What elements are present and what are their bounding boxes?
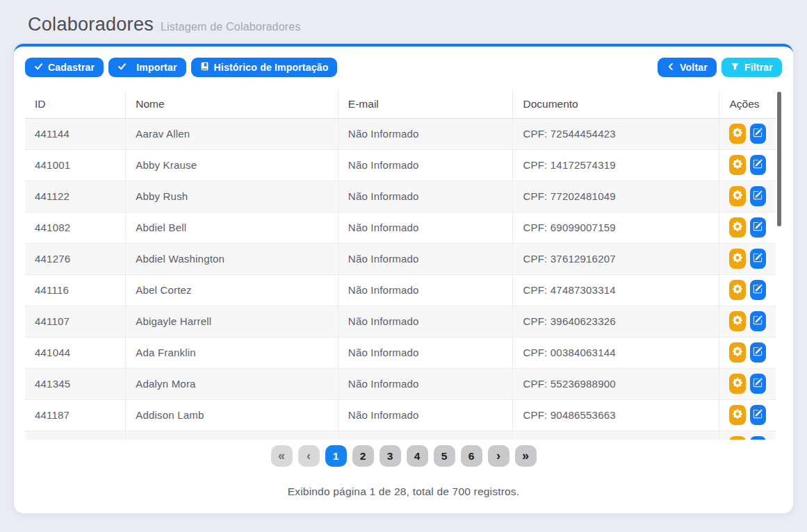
cell-nome <box>126 431 339 440</box>
row-edit-button[interactable] <box>750 155 766 175</box>
pencil-square-icon <box>753 253 763 265</box>
cell-acoes <box>719 118 776 149</box>
cell-email: Não Informado <box>338 274 513 306</box>
row-settings-button[interactable] <box>729 374 745 394</box>
gear-icon <box>733 409 742 421</box>
row-edit-button[interactable] <box>750 280 766 300</box>
page-header: Colaboradores Listagem de Colaboradores <box>0 0 807 44</box>
row-settings-button[interactable] <box>729 311 745 331</box>
toolbar: Cadastrar Importar Histórico de Importaç… <box>25 58 782 77</box>
table-header-row: IDNomeE-mailDocumentoAções <box>25 90 776 118</box>
cell-acoes <box>719 306 776 337</box>
toolbar-right-group: Voltar Filtrar <box>658 58 782 77</box>
pagination-page-4[interactable]: 4 <box>407 445 428 467</box>
cell-id: 441187 <box>25 399 126 431</box>
chevron-left-icon <box>667 62 675 73</box>
pagination-last[interactable]: » <box>515 445 537 467</box>
cell-email: Não Informado <box>338 118 513 149</box>
voltar-button[interactable]: Voltar <box>658 58 717 77</box>
pencil-square-icon <box>753 378 763 390</box>
row-settings-button[interactable] <box>729 217 745 238</box>
table-scrollbar[interactable] <box>777 92 781 226</box>
cell-email: Não Informado <box>338 243 513 274</box>
voltar-label: Voltar <box>680 62 708 73</box>
pagination-page-3[interactable]: 3 <box>380 445 401 467</box>
cell-documento: CPF: 69099007159 <box>513 212 719 243</box>
row-settings-button[interactable] <box>729 342 745 363</box>
cell-documento: CPF: 55236988900 <box>513 368 719 399</box>
check-icon <box>34 62 43 73</box>
cell-documento: CPF: 77202481049 <box>513 181 719 212</box>
cell-documento <box>513 431 719 440</box>
cell-acoes <box>719 243 776 274</box>
cell-email: Não Informado <box>338 181 513 212</box>
pagination-prev[interactable]: ‹ <box>298 445 320 467</box>
row-settings-button[interactable] <box>729 155 745 175</box>
row-edit-button[interactable] <box>750 311 766 331</box>
pagination-page-5[interactable]: 5 <box>434 445 455 467</box>
table-body: 441144 Aarav Allen Não Informado CPF: 72… <box>25 118 776 440</box>
pencil-square-icon <box>753 128 763 140</box>
importar-label: Importar <box>136 62 177 73</box>
cell-email: Não Informado <box>338 306 513 337</box>
row-settings-button[interactable] <box>729 436 745 440</box>
filtrar-button[interactable]: Filtrar <box>722 58 782 77</box>
row-edit-button[interactable] <box>750 186 766 206</box>
page-subtitle: Listagem de Colaboradores <box>161 21 301 33</box>
pencil-square-icon <box>753 315 763 327</box>
cell-documento: CPF: 39640623326 <box>513 306 719 337</box>
row-edit-button[interactable] <box>750 342 766 363</box>
cell-nome: Abdiel Bell <box>126 212 339 243</box>
historico-importacao-button[interactable]: Histórico de Importação <box>191 58 338 77</box>
importar-button[interactable]: Importar <box>108 58 186 77</box>
cell-id: 441276 <box>25 243 126 274</box>
row-edit-button[interactable] <box>750 217 766 238</box>
cell-id: 441122 <box>25 181 126 212</box>
row-edit-button[interactable] <box>750 124 766 144</box>
table-row: 441116 Abel Cortez Não Informado CPF: 47… <box>25 274 776 306</box>
cell-id: 441044 <box>25 337 126 368</box>
cell-email: Não Informado <box>338 149 513 181</box>
cell-id: 441116 <box>25 274 126 306</box>
row-settings-button[interactable] <box>729 124 745 144</box>
row-settings-button[interactable] <box>729 405 745 425</box>
row-edit-button[interactable] <box>750 436 766 440</box>
pencil-square-icon <box>753 222 763 233</box>
table-row: 441122 Abby Rush Não Informado CPF: 7720… <box>25 181 776 212</box>
table-row <box>25 431 776 440</box>
pagination-page-6[interactable]: 6 <box>461 445 482 467</box>
cadastrar-button[interactable]: Cadastrar <box>25 58 104 77</box>
pagination-next[interactable]: › <box>488 445 510 467</box>
row-settings-button[interactable] <box>729 186 745 206</box>
gear-icon <box>733 222 742 233</box>
check-icon <box>117 62 127 73</box>
pagination-page-1[interactable]: 1 <box>325 445 347 467</box>
cell-nome: Addison Lamb <box>126 399 339 431</box>
row-edit-button[interactable] <box>750 249 766 269</box>
cell-id: 441107 <box>25 306 126 337</box>
cell-nome: Adalyn Mora <box>126 368 339 399</box>
row-edit-button[interactable] <box>750 405 766 425</box>
cell-id: 441001 <box>25 149 126 181</box>
cell-acoes <box>719 368 776 399</box>
table-row: 441187 Addison Lamb Não Informado CPF: 9… <box>25 399 776 431</box>
cell-nome: Abel Cortez <box>126 274 339 306</box>
row-settings-button[interactable] <box>729 249 745 269</box>
historico-label: Histórico de Importação <box>214 62 329 73</box>
table-row: 441345 Adalyn Mora Não Informado CPF: 55… <box>25 368 776 399</box>
row-settings-button[interactable] <box>729 280 745 300</box>
cell-email <box>338 431 513 440</box>
pencil-square-icon <box>753 159 763 171</box>
pencil-square-icon <box>753 284 763 296</box>
table-row: 441044 Ada Franklin Não Informado CPF: 0… <box>25 337 776 368</box>
cell-email: Não Informado <box>338 399 513 431</box>
cell-documento: CPF: 47487303314 <box>513 274 719 306</box>
cell-id: 441345 <box>25 368 126 399</box>
pagination-first[interactable]: « <box>271 445 293 467</box>
row-edit-button[interactable] <box>750 374 766 394</box>
cell-email: Não Informado <box>338 212 513 243</box>
cell-nome: Ada Franklin <box>126 337 339 368</box>
pagination-page-2[interactable]: 2 <box>352 445 374 467</box>
pencil-square-icon <box>753 190 763 202</box>
cell-documento: CPF: 00384063144 <box>513 337 719 368</box>
